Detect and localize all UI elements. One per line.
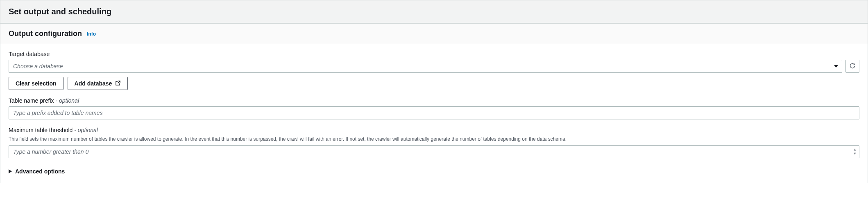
refresh-icon — [849, 63, 856, 70]
target-database-placeholder: Choose a database — [13, 63, 63, 70]
add-database-label: Add database — [75, 80, 112, 87]
output-config-panel: Output configuration Info Target databas… — [0, 23, 868, 183]
refresh-button[interactable] — [845, 60, 859, 73]
target-database-field: Target database Choose a database — [9, 51, 859, 90]
caret-right-icon — [9, 168, 12, 175]
table-prefix-label: Table name prefix - optional — [9, 97, 859, 104]
table-prefix-field: Table name prefix - optional — [9, 97, 859, 119]
table-prefix-input[interactable] — [9, 106, 859, 119]
max-threshold-label: Maximum table threshold - optional — [9, 127, 859, 133]
clear-selection-button[interactable]: Clear selection — [9, 77, 63, 90]
panel-header: Output configuration Info — [0, 24, 868, 44]
max-threshold-description: This field sets the maximum number of ta… — [9, 136, 859, 143]
target-database-label: Target database — [9, 51, 859, 57]
page-header: Set output and scheduling — [0, 0, 868, 23]
target-database-select[interactable]: Choose a database — [9, 60, 842, 73]
page-title: Set output and scheduling — [9, 7, 859, 16]
panel-body: Target database Choose a database — [0, 44, 868, 183]
external-link-icon — [115, 80, 121, 87]
max-threshold-input[interactable] — [9, 145, 859, 158]
advanced-options-toggle[interactable]: Advanced options — [9, 168, 859, 175]
clear-selection-label: Clear selection — [16, 80, 57, 87]
info-link[interactable]: Info — [87, 31, 96, 37]
max-threshold-field: Maximum table threshold - optional This … — [9, 127, 859, 158]
panel-title: Output configuration — [9, 29, 82, 38]
advanced-options-label: Advanced options — [15, 168, 65, 175]
add-database-button[interactable]: Add database — [68, 77, 128, 90]
